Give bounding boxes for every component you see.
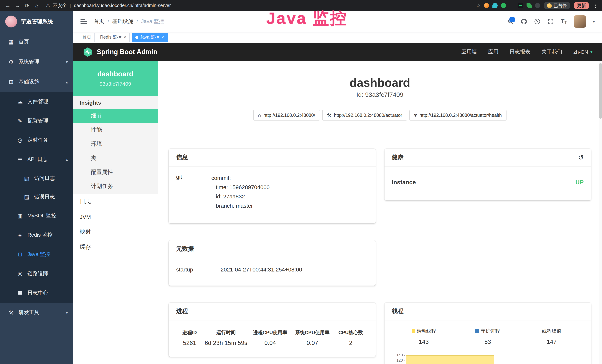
git-commit-line: commit: xyxy=(211,173,368,183)
sba-item-beans[interactable]: 类 xyxy=(73,151,158,165)
sidebar-item-scheduled-jobs[interactable]: ◷ 定时任务 xyxy=(0,130,73,150)
bookmark-star-icon[interactable]: ☆ xyxy=(476,3,481,9)
sidebar-item-file-manage[interactable]: ☁ 文件管理 xyxy=(0,92,73,111)
sidebar-item-log-center[interactable]: ≣ 日志中心 xyxy=(0,283,73,303)
close-icon[interactable]: × xyxy=(123,35,126,40)
sba-item-metrics[interactable]: 性能 xyxy=(73,123,158,137)
access-log-icon: ▧ xyxy=(23,175,30,182)
sidebar-item-error-log[interactable]: ▨ 错误日志 xyxy=(0,188,73,206)
admin-sidebar: 芋道管理系统 ▦ 首页 ⚙ 系统管理 ▾ ⊞ 基础设施 ▴ ☁ 文件管理 xyxy=(0,11,73,364)
browser-forward-icon[interactable]: → xyxy=(13,3,22,9)
sidebar-item-access-log[interactable]: ▧ 访问日志 xyxy=(0,169,73,188)
metadata-label: startup xyxy=(176,267,221,278)
extension-dropper-icon[interactable] xyxy=(493,3,498,8)
sba-item-environment[interactable]: 环境 xyxy=(73,137,158,151)
breadcrumb-item[interactable]: 首页 xyxy=(94,18,104,25)
extension-green-circle-icon[interactable] xyxy=(501,3,506,8)
browser-home-icon[interactable]: ⌂ xyxy=(33,3,41,9)
sba-item-mappings[interactable]: 映射 xyxy=(73,224,158,240)
browser-extensions-area: ☆ 已暂停 更新 ⋮ xyxy=(476,0,599,22)
extension-paw-icon[interactable] xyxy=(535,3,540,8)
history-icon[interactable]: ↺ xyxy=(578,154,584,161)
browser-update-button[interactable]: 更新 xyxy=(574,2,589,9)
sidebar-item-config-manage[interactable]: ✎ 配置管理 xyxy=(0,111,73,130)
sidebar-item-label: 错误日志 xyxy=(34,193,55,200)
sidebar-item-dev-tools[interactable]: ⚒ 研发工具 ▾ xyxy=(0,303,73,323)
sidebar-item-tracing[interactable]: ◎ 链路追踪 xyxy=(0,264,73,283)
status-badge: UP xyxy=(575,179,584,186)
process-col-header: 运行时间 xyxy=(203,327,249,340)
cards-grid: 信息 git commit: time: 1596289704000 id: 2… xyxy=(169,149,591,364)
sidebar-item-label: 研发工具 xyxy=(19,309,39,316)
sba-item-logging[interactable]: 日志 xyxy=(73,194,158,209)
url-bar[interactable]: ⚠ 不安全 | dashboard.yudao.iocoder.cn/infra… xyxy=(42,2,474,9)
tab-home[interactable]: 首页 xyxy=(79,32,95,42)
browser-menu-icon[interactable]: ⋮ xyxy=(592,3,599,9)
sba-item-scheduled-tasks[interactable]: 计划任务 xyxy=(73,179,158,193)
sba-link-wallboard[interactable]: 应用墙 xyxy=(462,49,477,55)
edit-icon: ✎ xyxy=(16,118,24,124)
sba-item-caches[interactable]: 缓存 xyxy=(73,240,158,255)
sba-link-about[interactable]: 关于我们 xyxy=(542,49,562,55)
sba-item-details[interactable]: 细节 xyxy=(73,109,158,123)
breadcrumb-item[interactable]: 基础设施 xyxy=(112,18,133,25)
process-cpu: 0.04 xyxy=(249,340,291,349)
extension-switch-on-icon[interactable] xyxy=(518,3,523,8)
sidebar-item-label: 链路追踪 xyxy=(27,270,48,277)
extension-leaf-icon[interactable] xyxy=(527,3,532,8)
extension-fox-icon[interactable] xyxy=(484,3,489,8)
sba-link-applications[interactable]: 应用 xyxy=(488,49,499,55)
sba-link-journal[interactable]: 日志报表 xyxy=(510,49,530,55)
legend-daemon-threads: 守护进程 53 xyxy=(456,328,520,345)
sba-item-config-props[interactable]: 配置属性 xyxy=(73,165,158,179)
locale-selector[interactable]: zh-CN ▾ xyxy=(573,49,592,55)
instance-link-label: http://192.168.0.2:48080/ xyxy=(264,113,315,118)
tab-label: 首页 xyxy=(82,34,91,40)
browser-reload-icon[interactable]: ⟳ xyxy=(23,3,31,9)
sba-app-selector[interactable]: dashboard 93a3fc7f7409 xyxy=(73,61,158,96)
tab-redis-monitor[interactable]: Redis 监控 × xyxy=(97,32,129,42)
locale-label: zh-CN xyxy=(573,49,588,55)
sidebar-item-mysql-monitor[interactable]: ▥ MySQL 监控 xyxy=(0,206,73,225)
sidebar-submenu-infra: ☁ 文件管理 ✎ 配置管理 ◷ 定时任务 ▤ API 日志 ▴ xyxy=(0,92,73,303)
threads-legend: 活动线程 143 守护进程 xyxy=(392,328,584,345)
main-column: 首页 / 基础设施 / Java 监控 xyxy=(73,11,602,364)
card-process-body: 进程ID 运行时间 进程CPU使用率 系统CPU使用率 CPU核心数 xyxy=(169,321,376,357)
sba-navbar: Spring Boot Admin 应用墙 应用 日志报表 关于我们 zh-CN… xyxy=(73,43,602,61)
infra-icon: ⊞ xyxy=(7,79,15,85)
sidebar-item-redis-monitor[interactable]: ◈ Redis 监控 xyxy=(0,225,73,245)
info-row-git: git commit: time: 1596289704000 id: 27aa… xyxy=(176,173,368,215)
threads-chart-yaxis: 140 120 100 xyxy=(392,353,403,364)
sidebar-item-api-log[interactable]: ▤ API 日志 ▴ xyxy=(0,150,73,169)
browser-back-icon[interactable]: ← xyxy=(4,3,12,9)
process-table: 进程ID 运行时间 进程CPU使用率 系统CPU使用率 CPU核心数 xyxy=(176,327,368,349)
sidebar-item-infra[interactable]: ⊞ 基础设施 ▴ xyxy=(0,72,73,92)
home-icon: ⌂ xyxy=(258,113,261,118)
sidebar-item-java-monitor[interactable]: ⊡ Java 监控 xyxy=(0,245,73,264)
sidebar-item-label: 日志中心 xyxy=(27,290,48,296)
scrollbar-thumb[interactable] xyxy=(599,63,602,119)
instance-link-actuator[interactable]: ⚒ http://192.168.0.2:48080/actuator xyxy=(322,110,407,121)
sidebar-item-home[interactable]: ▦ 首页 xyxy=(0,32,73,52)
tab-java-monitor[interactable]: Java 监控 × xyxy=(132,32,168,42)
instance-link-root[interactable]: ⌂ http://192.168.0.2:48080/ xyxy=(253,110,320,121)
legend-daemon-swatch xyxy=(475,330,479,333)
process-col-header: 进程ID xyxy=(176,327,203,340)
sba-item-jvm[interactable]: JVM xyxy=(73,209,158,224)
system-cpu: 0.07 xyxy=(291,340,333,349)
sidebar-item-system[interactable]: ⚙ 系统管理 ▾ xyxy=(0,52,73,72)
extension-grid-icon[interactable] xyxy=(509,17,515,22)
card-metadata-title: 元数据 xyxy=(176,245,194,253)
card-health: 健康 ↺ Instance UP xyxy=(384,149,591,201)
hamburger-icon[interactable] xyxy=(80,19,87,24)
legend-live-threads: 活动线程 143 xyxy=(392,328,456,345)
sba-brand[interactable]: Spring Boot Admin xyxy=(83,47,157,57)
paused-badge[interactable]: 已暂停 xyxy=(544,2,570,9)
scrollbar[interactable] xyxy=(599,61,602,364)
app-logo[interactable]: 芋道管理系统 xyxy=(0,11,73,32)
instance-link-health[interactable]: ♥ http://192.168.0.2:48080/actuator/heal… xyxy=(409,110,506,121)
close-icon[interactable]: × xyxy=(161,35,164,40)
page-subtitle: Id: 93a3fc7f7409 xyxy=(169,91,591,99)
card-process-header: 进程 xyxy=(169,303,376,321)
health-instance-row[interactable]: Instance UP xyxy=(392,173,584,192)
